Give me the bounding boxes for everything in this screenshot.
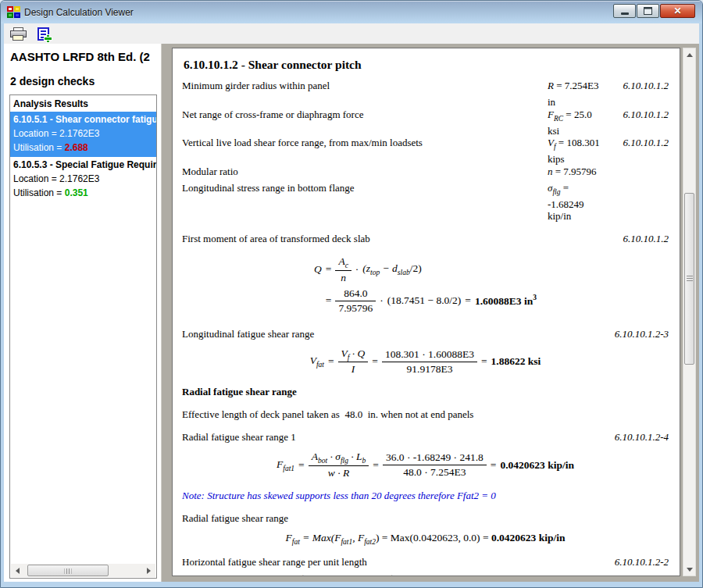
scroll-grip-icon [65,568,72,574]
print-icon [10,27,26,40]
scroll-up-icon [687,53,693,57]
code-ref: 6.10.10.1.2-2 [615,556,669,568]
result-utilisation: Utilisation = 0.351 [13,186,153,200]
minimize-icon [621,12,629,15]
result-item-1[interactable]: 6.10.5.1 - Shear connector fatigue Locat… [10,112,156,157]
result-item-2[interactable]: 6.10.5.3 - Special Fatigue Require Locat… [10,157,156,202]
analysis-results-list: Analysis Results 6.10.5.1 - Shear connec… [9,94,157,579]
formula-ffat1: Ffat1= Abot · σflg · Lbw · R = 36.0 · -1… [182,451,669,479]
toolbar [4,23,699,44]
title-bar[interactable]: Design Calculation Viewer ✕ [1,1,702,23]
param-row: Modular ratio n = 7.95796 [182,166,669,182]
first-moment-line: First moment of area of transformed deck… [182,233,669,245]
document-area: 6.10.10.1.2 - Shear connector pitch Mini… [162,44,699,582]
param-row: Net range of cross-frame or diaphragm fo… [182,109,669,137]
result-location: Location = 2.1762E3 [13,172,153,186]
close-button[interactable]: ✕ [660,4,695,18]
app-icon [7,6,20,19]
code-ref: 6.10.10.1.2-4 [615,431,669,444]
sidebar: AASHTO LRFD 8th Ed. (2 2 design checks A… [4,44,162,582]
effective-length-line: Effective length of deck panel taken as … [182,408,669,421]
param-row: Minimum girder radius within panel R = 7… [182,80,669,109]
radial-heading: Radial fatigue shear range [182,386,669,398]
vertical-scroll-thumb[interactable] [684,193,694,365]
restore-button[interactable] [637,4,659,18]
radial2-line: Radial fatigue shear range [182,512,669,525]
window-title: Design Calculation Viewer [24,7,134,18]
horizontal-range-line: Horizontal fatigue shear range per unit … [182,556,669,568]
scroll-up-button[interactable] [683,48,695,61]
skew-note: Note: Structure has skewed supports less… [182,490,669,502]
scroll-down-button[interactable] [683,563,695,576]
result-utilisation: Utilisation = 2.688 [13,141,153,155]
design-code-title: AASHTO LRFD 8th Ed. (2 [10,50,157,63]
calculation-page: 6.10.10.1.2 - Shear connector pitch Mini… [172,48,680,576]
horizontal-scroll-track[interactable] [24,564,142,577]
scroll-left-button[interactable] [11,564,24,577]
param-row: Vertical live load shear force range, fr… [182,137,669,166]
scroll-grip-icon [687,276,693,283]
vertical-scrollbar[interactable] [683,48,696,576]
scroll-left-icon [16,568,20,574]
add-report-button[interactable] [34,25,52,42]
horizontal-scroll-thumb[interactable] [27,565,109,576]
app-window: Design Calculation Viewer ✕ AASHTO [0,0,703,588]
utilisation-value-fail: 2.688 [65,142,88,153]
code-ref: 6.10.10.1.2 [623,233,669,245]
minimize-button[interactable] [613,4,636,18]
scroll-right-icon [147,568,151,574]
add-report-icon [37,27,49,41]
scroll-down-icon [687,568,693,572]
result-location: Location = 2.1762E3 [13,127,153,141]
print-button[interactable] [9,25,27,42]
close-icon: ✕ [673,6,681,16]
long-fatigue-line: Longitudinal fatigue shear range 6.10.10… [182,328,669,340]
scroll-right-button[interactable] [142,564,155,577]
list-header: Analysis Results [10,95,156,112]
formula-vsr: Vsr= √(Vfat)2 + (Ffat)2 = √(1.88622)2 + … [182,576,669,576]
radical-icon: √ [293,575,303,576]
parameter-table: Minimum girder radius within panel R = 7… [182,80,669,223]
param-row: Longitudinal stress range in bottom flan… [182,182,669,223]
formula-vfat: Vfat= Vf · QI = 108.301 · 1.60088E391.91… [182,347,669,376]
horizontal-scrollbar[interactable] [11,564,155,577]
code-ref: 6.10.10.1.2-3 [615,328,669,340]
utilisation-value-pass: 0.351 [65,187,88,198]
result-title: 6.10.5.1 - Shear connector fatigue [13,112,153,127]
restore-icon [644,7,652,15]
design-checks-count: 2 design checks [10,75,157,87]
radical-icon: √ [382,575,392,576]
section-heading: 6.10.10.1.2 - Shear connector pitch [184,58,669,72]
radial1-line: Radial fatigue shear range 1 6.10.10.1.2… [182,431,669,444]
formula-ffat: Ffat = Max(Ffat1, Ffat2) = Max(0.0420623… [182,532,669,546]
result-title: 6.10.5.3 - Special Fatigue Require [13,158,153,172]
formula-q: Q= Acn · (ztop − dslab/2) Q= 864.07.9579… [182,252,669,318]
